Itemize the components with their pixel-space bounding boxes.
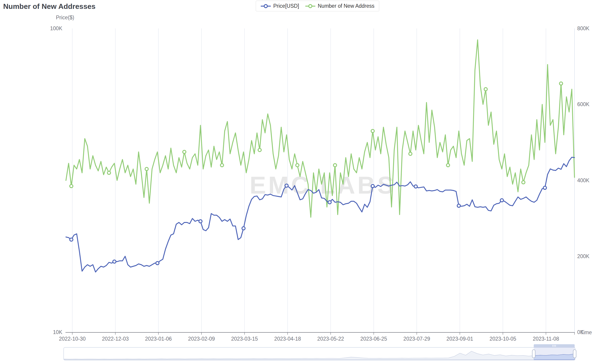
x-axis-tick-label: 2023-01-06 bbox=[145, 336, 172, 342]
x-axis-tick-label: 2022-12-03 bbox=[102, 336, 129, 342]
left-axis-tick-label: 100K bbox=[50, 25, 62, 31]
datazoom-handle-left[interactable] bbox=[532, 350, 535, 358]
address-point-marker bbox=[258, 148, 261, 152]
price-point-marker bbox=[242, 227, 245, 230]
price-point-marker bbox=[70, 238, 73, 241]
address-point-marker bbox=[296, 164, 299, 167]
price-point-marker bbox=[285, 184, 288, 187]
address-point-marker bbox=[447, 164, 450, 167]
price-point-marker bbox=[371, 185, 374, 188]
address-point-marker bbox=[371, 130, 374, 133]
chart-page: Number of New Addresses Price[USD] Numbe… bbox=[0, 0, 602, 364]
address-point-marker bbox=[183, 150, 186, 154]
x-axis-tick-label: 2022-10-30 bbox=[59, 336, 86, 342]
x-axis-tick-label: 2023-03-15 bbox=[231, 336, 258, 342]
x-axis-tick-label: 2023-04-18 bbox=[274, 336, 301, 342]
address-point-marker bbox=[333, 164, 337, 167]
move-bar-grip-icon bbox=[554, 345, 555, 347]
move-bar-grip-icon bbox=[555, 345, 556, 347]
price-point-marker bbox=[156, 261, 159, 265]
right-axis-tick-label: 200K bbox=[577, 253, 590, 259]
left-axis-tick-label: 10K bbox=[53, 329, 63, 335]
chart-canvas: EMC LABS100K10K800K600K400K200K0KTime202… bbox=[0, 0, 602, 364]
x-axis-tick-label: 2023-06-25 bbox=[360, 336, 387, 342]
address-point-marker bbox=[107, 171, 110, 175]
move-bar-grip-icon bbox=[553, 345, 553, 347]
x-axis-tick-label: 2023-05-22 bbox=[317, 336, 344, 342]
address-point-marker bbox=[522, 181, 525, 184]
datazoom-handle-right[interactable] bbox=[573, 350, 576, 358]
price-point-marker bbox=[500, 199, 503, 202]
right-axis-tick-label: 400K bbox=[577, 177, 590, 183]
address-point-marker bbox=[559, 82, 563, 85]
x-axis-tick-label: 2023-11-08 bbox=[533, 336, 559, 342]
right-axis-tick-label: 800K bbox=[577, 25, 590, 31]
price-point-marker bbox=[328, 201, 331, 204]
x-axis-name: Time bbox=[580, 330, 592, 335]
x-axis-tick-label: 2023-09-01 bbox=[447, 336, 473, 342]
price-point-marker bbox=[457, 204, 460, 208]
price-point-marker bbox=[199, 220, 202, 223]
x-axis-tick-label: 2023-02-09 bbox=[188, 336, 215, 342]
address-point-marker bbox=[145, 167, 148, 171]
price-point-marker bbox=[543, 186, 547, 189]
x-axis-tick-label: 2023-10-05 bbox=[489, 336, 516, 342]
right-axis-tick-label: 600K bbox=[577, 101, 590, 107]
x-axis-tick-label: 2023-07-29 bbox=[403, 336, 430, 342]
address-point-marker bbox=[484, 88, 487, 91]
address-point-marker bbox=[409, 152, 412, 156]
address-point-marker bbox=[220, 164, 224, 167]
price-point-marker bbox=[113, 260, 116, 263]
price-point-marker bbox=[414, 185, 417, 188]
address-point-marker bbox=[70, 185, 73, 188]
